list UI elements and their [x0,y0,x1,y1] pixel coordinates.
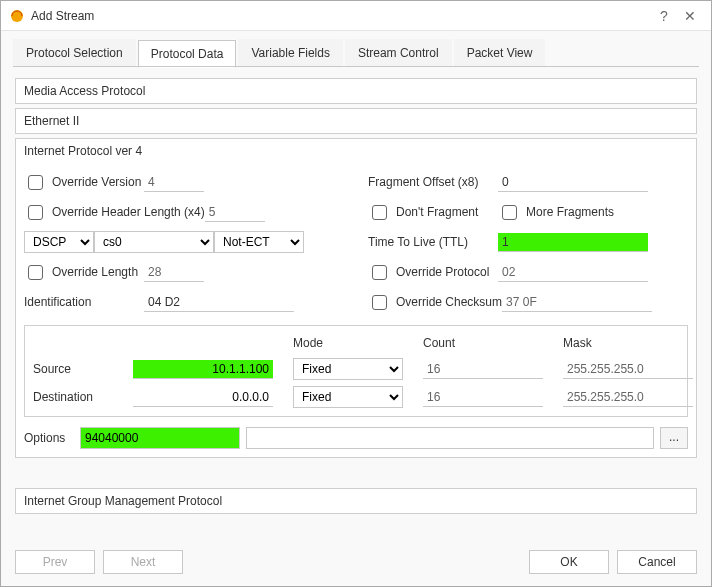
section-igmp[interactable]: Internet Group Management Protocol [15,488,697,514]
source-mode-select[interactable]: Fixed [293,358,403,380]
tab-packet-view[interactable]: Packet View [454,39,546,67]
tab-variable-fields[interactable]: Variable Fields [238,39,342,67]
dscp-ecn-select[interactable]: Not-ECT [214,231,304,253]
next-button[interactable]: Next [103,550,183,574]
section-ethernet-header: Ethernet II [16,109,696,133]
section-mac[interactable]: Media Access Protocol [15,78,697,104]
ttl-label: Time To Live (TTL) [368,235,498,249]
destination-mask-field[interactable] [563,388,693,407]
override-version-checkbox[interactable] [28,175,43,190]
override-protocol-label[interactable]: Override Protocol [368,262,498,283]
svg-point-0 [11,10,23,22]
address-block: Mode Count Mask Source Fixed Destination… [24,325,688,417]
destination-mode-select[interactable]: Fixed [293,386,403,408]
override-version-label[interactable]: Override Version [24,172,144,193]
addr-header-count: Count [423,336,553,352]
help-icon[interactable]: ? [651,8,677,24]
override-protocol-checkbox[interactable] [372,265,387,280]
window-title: Add Stream [31,9,651,23]
section-ethernet[interactable]: Ethernet II [15,108,697,134]
options-value-highlight[interactable] [80,427,240,449]
tab-protocol-data[interactable]: Protocol Data [138,40,237,68]
tab-protocol-selection[interactable]: Protocol Selection [13,39,136,67]
identification-label: Identification [24,295,144,309]
section-mac-header: Media Access Protocol [16,79,696,103]
override-checksum-label[interactable]: Override Checksum [368,292,502,313]
footer: Prev Next OK Cancel [1,540,711,586]
source-mask-field[interactable] [563,360,693,379]
checksum-field[interactable] [502,293,652,312]
protocol-field[interactable] [498,263,648,282]
app-icon [9,8,25,24]
destination-label: Destination [33,390,123,404]
dont-fragment-label[interactable]: Don't Fragment [368,202,498,223]
dscp-code-select[interactable]: cs0 [94,231,214,253]
options-browse-button[interactable]: ... [660,427,688,449]
options-label: Options [24,431,74,445]
override-hdrlen-checkbox[interactable] [28,205,43,220]
options-field-extra[interactable] [246,427,654,449]
close-icon[interactable]: ✕ [677,8,703,24]
frag-offset-label: Fragment Offset (x8) [368,175,498,189]
addr-header-mask: Mask [563,336,703,352]
ipv4-left-column: Override Version Override Header Length … [24,171,344,321]
version-field[interactable] [144,173,204,192]
section-ipv4-header: Internet Protocol ver 4 [16,139,696,163]
source-count-field[interactable] [423,360,543,379]
more-fragments-label[interactable]: More Fragments [498,202,618,223]
more-fragments-checkbox[interactable] [502,205,517,220]
section-igmp-header: Internet Group Management Protocol [16,489,696,513]
hdrlen-field[interactable] [205,203,265,222]
ipv4-right-column: Fragment Offset (x8) Don't Fragment More… [368,171,688,321]
destination-count-field[interactable] [423,388,543,407]
prev-button[interactable]: Prev [15,550,95,574]
override-checksum-checkbox[interactable] [372,295,387,310]
source-ip-field[interactable] [133,360,273,379]
ok-button[interactable]: OK [529,550,609,574]
source-label: Source [33,362,123,376]
override-hdrlen-label[interactable]: Override Header Length (x4) [24,202,205,223]
destination-ip-field[interactable] [133,388,273,407]
content-area: Media Access Protocol Ethernet II Intern… [1,68,711,514]
dialog-add-stream: Add Stream ? ✕ Protocol Selection Protoc… [0,0,712,587]
titlebar: Add Stream ? ✕ [1,1,711,31]
length-field[interactable] [144,263,204,282]
override-length-checkbox[interactable] [28,265,43,280]
identification-field[interactable] [144,293,294,312]
override-length-label[interactable]: Override Length [24,262,144,283]
cancel-button[interactable]: Cancel [617,550,697,574]
dscp-type-select[interactable]: DSCP [24,231,94,253]
ttl-field[interactable] [498,233,648,252]
tab-bar: Protocol Selection Protocol Data Variabl… [1,31,711,67]
addr-header-mode: Mode [293,336,413,352]
section-ipv4: Internet Protocol ver 4 Override Version… [15,138,697,458]
tab-stream-control[interactable]: Stream Control [345,39,452,67]
frag-offset-field[interactable] [498,173,648,192]
dont-fragment-checkbox[interactable] [372,205,387,220]
